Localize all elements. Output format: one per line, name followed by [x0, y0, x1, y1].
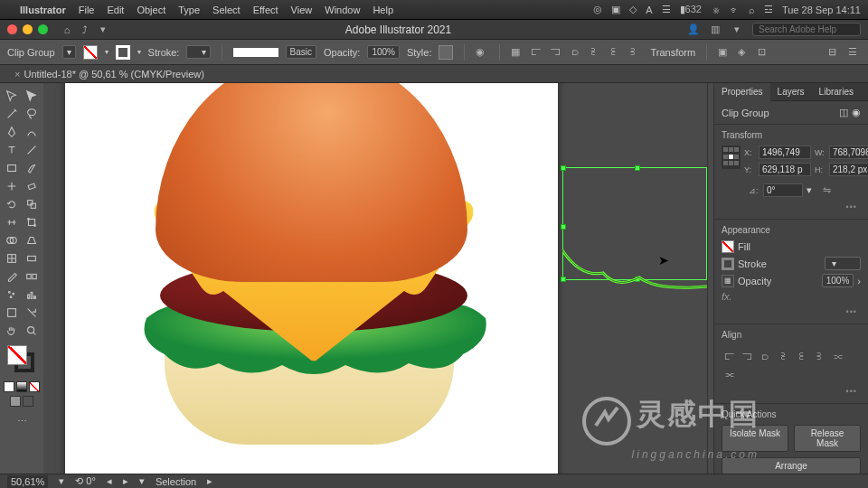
align-vcenter-icon[interactable]: ⫕: [794, 349, 808, 363]
column-graph-tool[interactable]: [22, 286, 42, 304]
home-icon[interactable]: ⌂: [61, 23, 73, 36]
distribute-h-icon[interactable]: ⫗: [830, 349, 844, 363]
artboard-nav-prev-icon[interactable]: ◂: [107, 475, 112, 487]
stroke-swatch[interactable]: [722, 258, 734, 270]
clock[interactable]: Tue 28 Sep 14:11: [782, 5, 861, 15]
isolate-icon[interactable]: ▣: [718, 46, 731, 59]
eyedropper-tool[interactable]: [2, 267, 22, 286]
align-right-icon[interactable]: ⫐: [571, 46, 583, 59]
stroke-profile-preview[interactable]: [233, 48, 278, 57]
hand-tool[interactable]: [2, 322, 22, 340]
stroke-weight-dropdown[interactable]: ▾: [825, 257, 861, 270]
recolor-icon[interactable]: ◉: [476, 46, 488, 59]
stroke-swatch[interactable]: [116, 45, 130, 60]
opacity-input[interactable]: 100%: [367, 45, 400, 59]
color-mode-solid[interactable]: [4, 381, 14, 392]
shaper-tool[interactable]: [2, 177, 22, 195]
crop-icon[interactable]: ⊡: [758, 46, 770, 59]
align-middle-icon[interactable]: ⫕: [610, 46, 623, 59]
symbol-sprayer-tool[interactable]: [2, 286, 22, 304]
x-input[interactable]: [759, 145, 811, 159]
slice-tool[interactable]: [22, 304, 42, 322]
more-options-icon[interactable]: •••: [722, 305, 861, 318]
zoom-dropdown-icon[interactable]: ▾: [59, 475, 64, 487]
angle-dropdown-icon[interactable]: ▾: [807, 184, 812, 196]
artboard-nav-first-icon[interactable]: ▾: [139, 475, 145, 487]
share-icon[interactable]: ⤴: [79, 23, 91, 36]
screen-mode-full[interactable]: [23, 396, 33, 407]
chevron-down-icon[interactable]: ▾: [137, 48, 141, 56]
close-tab-icon[interactable]: ×: [14, 69, 20, 80]
maximize-window-button[interactable]: [38, 24, 48, 34]
align-bottom-icon[interactable]: ⫖: [812, 349, 826, 363]
pen-tool[interactable]: [2, 123, 22, 141]
canvas[interactable]: ➤: [43, 83, 707, 474]
align-icon[interactable]: ▦: [511, 46, 524, 59]
rectangle-tool[interactable]: [2, 159, 22, 177]
shape-builder-tool[interactable]: [2, 231, 22, 249]
paintbrush-tool[interactable]: [22, 159, 42, 177]
align-bottom-icon[interactable]: ⫖: [630, 46, 643, 59]
selection-type-dropdown[interactable]: ▾: [62, 45, 76, 59]
opacity-value-input[interactable]: 100%: [822, 274, 854, 287]
y-input[interactable]: [759, 163, 811, 176]
chevron-down-icon[interactable]: ▾: [105, 48, 108, 56]
scale-tool[interactable]: [22, 195, 42, 213]
zoom-tool[interactable]: [22, 322, 42, 340]
free-transform-tool[interactable]: [22, 213, 42, 231]
artboard-tool[interactable]: [2, 304, 22, 322]
menu-view[interactable]: View: [291, 5, 313, 15]
align-left-icon[interactable]: ⫍: [531, 46, 543, 59]
fill-stroke-indicator[interactable]: [7, 345, 36, 374]
search-icon[interactable]: ⌕: [749, 5, 755, 15]
app-menu[interactable]: Illustrator: [20, 5, 66, 15]
lasso-tool[interactable]: [22, 105, 42, 123]
selection-nav-icon[interactable]: ▸: [207, 475, 212, 487]
align-right-icon[interactable]: ⫐: [758, 349, 772, 363]
more-options-icon[interactable]: •••: [722, 201, 861, 213]
screen-mode-normal[interactable]: [10, 396, 21, 407]
workspace-icon[interactable]: ▾: [731, 23, 743, 36]
tab-properties[interactable]: Properties: [714, 83, 770, 101]
edit-contents-icon[interactable]: ◉: [852, 107, 861, 118]
align-center-icon[interactable]: ⫎: [551, 46, 563, 59]
width-tool[interactable]: [2, 213, 22, 231]
transform-label[interactable]: Transform: [650, 47, 695, 58]
align-top-icon[interactable]: ⫔: [590, 46, 603, 59]
artboard-nav-next-icon[interactable]: ▸: [123, 475, 128, 487]
type-tool[interactable]: [2, 141, 22, 159]
menu-edit[interactable]: Edit: [107, 5, 124, 15]
menu-object[interactable]: Object: [137, 5, 165, 15]
menu-select[interactable]: Select: [212, 5, 241, 15]
zoom-level[interactable]: 50,61%: [7, 475, 48, 488]
chevron-down-icon[interactable]: ▾: [97, 23, 109, 36]
more-options-icon[interactable]: •••: [722, 385, 861, 398]
flip-h-icon[interactable]: ⇋: [823, 184, 831, 196]
fx-label[interactable]: fx.: [722, 291, 732, 302]
arrange-button[interactable]: Arrange: [722, 457, 861, 474]
menu-window[interactable]: Window: [325, 5, 360, 15]
panel-menu-icon[interactable]: ⊟: [828, 46, 841, 59]
control-center-icon[interactable]: ☲: [764, 4, 773, 15]
w-input[interactable]: [829, 145, 868, 159]
opacity-chevron-icon[interactable]: ›: [857, 276, 861, 286]
panel-collapse-bar[interactable]: [707, 83, 714, 474]
panel-menu-icon[interactable]: ☰: [848, 46, 861, 59]
direct-selection-tool[interactable]: [22, 87, 42, 105]
color-mode-none[interactable]: [29, 381, 40, 392]
fill-swatch[interactable]: [83, 45, 98, 60]
blend-tool[interactable]: [22, 267, 42, 286]
rotate-view-icon[interactable]: ⟲ 0°: [75, 475, 96, 487]
h-input[interactable]: [829, 163, 868, 176]
rotate-tool[interactable]: [2, 195, 22, 213]
selection-tool[interactable]: [2, 87, 22, 105]
magic-wand-tool[interactable]: [2, 105, 22, 123]
menu-help[interactable]: Help: [373, 5, 393, 15]
user-icon[interactable]: 👤: [687, 23, 700, 36]
help-search-input[interactable]: [752, 23, 861, 36]
stroke-weight-dropdown[interactable]: ▾: [186, 45, 210, 59]
align-hcenter-icon[interactable]: ⫎: [740, 349, 754, 363]
document-tab[interactable]: ×Untitled-18* @ 50,61 % (CMYK/Preview): [7, 67, 212, 81]
tab-layers[interactable]: Layers: [770, 83, 812, 100]
release-mask-button[interactable]: Release Mask: [794, 425, 861, 452]
